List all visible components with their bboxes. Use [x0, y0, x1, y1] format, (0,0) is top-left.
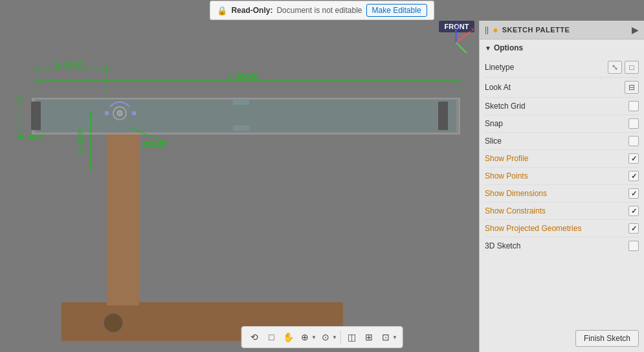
svg-line-35	[456, 32, 471, 43]
linetype-icon-1[interactable]: ⤡	[608, 61, 622, 74]
svg-text:fx: 80.00: fx: 80.00	[55, 61, 82, 69]
canvas-area: fx: 80.00 fx: 400.00 fx: 30.00 fx: 45.00…	[0, 21, 479, 352]
toolbar-grid-button[interactable]: ⊞	[361, 329, 377, 345]
linetype-icon-2[interactable]: □	[625, 61, 639, 74]
lock-icon: 🔒	[217, 6, 227, 16]
svg-rect-33	[105, 111, 109, 115]
option-checkbox-2[interactable]	[628, 101, 639, 111]
axis-indicator: X Z	[438, 25, 474, 60]
look-at-icon[interactable]: ⊟	[625, 81, 639, 94]
option-label-5: Show Profile	[485, 154, 528, 163]
svg-text:fx: 30.00: fx: 30.00	[19, 134, 45, 141]
svg-rect-34	[132, 111, 136, 115]
panel-header: || ● SKETCH PALETTE ▶	[480, 21, 644, 39]
option-label-8: Show Constraints	[485, 206, 546, 215]
panel-header-left: || ● SKETCH PALETTE	[485, 25, 570, 35]
options-collapse-icon: ▼	[485, 45, 491, 52]
svg-point-2	[104, 314, 122, 332]
option-label-6: Show Points	[485, 171, 528, 181]
option-label-4: Slice	[485, 137, 502, 146]
sketch-svg: fx: 80.00 fx: 400.00 fx: 30.00 fx: 45.00…	[0, 21, 479, 352]
finish-sketch-button[interactable]: Finish Sketch	[575, 330, 639, 347]
toolbar-pan-button[interactable]: ✋	[280, 329, 296, 345]
toolbar-view-button[interactable]: ⊙	[318, 329, 333, 345]
option-controls-2	[628, 101, 639, 111]
toolbar-view-dropdown[interactable]: ⊙ ▼	[318, 329, 337, 345]
option-controls-5	[628, 153, 639, 164]
option-controls-7	[628, 188, 639, 199]
options-header[interactable]: ▼ Options	[485, 43, 639, 52]
not-editable-message: Document is not editable	[276, 6, 362, 15]
option-row-10: 3D Sketch	[485, 237, 639, 254]
option-label-7: Show Dimensions	[485, 189, 547, 198]
option-label-3: Snap	[485, 119, 503, 128]
right-panel: || ● SKETCH PALETTE ▶ ▼ Options Linetype…	[479, 21, 644, 352]
option-controls-9	[628, 223, 639, 234]
option-row-3: Snap	[485, 115, 639, 133]
svg-rect-8	[233, 100, 249, 105]
options-title: Options	[494, 43, 523, 52]
svg-text:fx: 45.00: fx: 45.00	[77, 129, 84, 154]
option-controls-4	[628, 136, 639, 146]
panel-collapse-button[interactable]: ||	[485, 25, 489, 34]
toolbar-snap-button[interactable]: ⊡	[378, 329, 394, 345]
option-row-5: Show Profile	[485, 150, 639, 168]
option-controls-0: ⤡□	[608, 61, 639, 74]
option-row-9: Show Projected Geometries	[485, 220, 639, 237]
option-checkbox-5[interactable]	[628, 153, 639, 164]
svg-text:Ø10.00: Ø10.00	[142, 140, 166, 148]
option-checkbox-10[interactable]	[628, 241, 639, 251]
option-row-4: Slice	[485, 133, 639, 150]
options-section: ▼ Options Linetype⤡□Look At⊟Sketch GridS…	[480, 39, 644, 258]
panel-expand-button[interactable]: ▶	[632, 25, 639, 35]
svg-point-11	[117, 111, 122, 116]
option-row-1: Look At⊟	[485, 78, 639, 98]
toolbar-zoom-dropdown[interactable]: ⊕ ▼	[297, 329, 316, 345]
option-label-2: Sketch Grid	[485, 102, 526, 111]
option-row-0: Linetype⤡□	[485, 58, 639, 78]
toolbar-window-button[interactable]: □	[263, 329, 279, 345]
svg-rect-9	[233, 126, 249, 131]
option-checkbox-9[interactable]	[628, 223, 639, 234]
option-checkbox-8[interactable]	[628, 206, 639, 216]
svg-text:Z: Z	[457, 25, 461, 30]
toolbar-snap-dropdown[interactable]: ⊡ ▼	[378, 329, 397, 345]
readonly-badge: 🔒 Read-Only: Document is not editable Ma…	[210, 1, 434, 20]
option-label-9: Show Projected Geometries	[485, 224, 581, 233]
option-controls-6	[628, 171, 639, 181]
toolbar-separator-1	[340, 331, 341, 344]
options-rows: Linetype⤡□Look At⊟Sketch GridSnapSliceSh…	[485, 58, 639, 254]
option-checkbox-7[interactable]	[628, 188, 639, 199]
make-editable-button[interactable]: Make Editable	[366, 4, 427, 17]
option-controls-3	[628, 118, 639, 129]
readonly-label: Read-Only:	[231, 6, 272, 15]
bottom-toolbar: ⟲ □ ✋ ⊕ ▼ ⊙ ▼ ◫ ⊞ ⊡ ▼	[241, 326, 403, 348]
option-checkbox-4[interactable]	[628, 136, 639, 146]
option-row-8: Show Constraints	[485, 203, 639, 220]
svg-rect-6	[31, 102, 41, 130]
toolbar-display-button[interactable]: ◫	[344, 329, 360, 345]
option-label-1: Look At	[485, 83, 511, 92]
option-controls-10	[628, 241, 639, 251]
toolbar-zoom-button[interactable]: ⊕	[297, 329, 313, 345]
option-checkbox-6[interactable]	[628, 171, 639, 181]
option-controls-8	[628, 206, 639, 216]
option-controls-1: ⊟	[625, 81, 639, 94]
option-row-6: Show Points	[485, 168, 639, 185]
svg-text:X: X	[471, 26, 474, 33]
toolbar-undo-button[interactable]: ⟲	[247, 329, 262, 345]
option-label-10: 3D Sketch	[485, 241, 520, 250]
panel-title: SKETCH PALETTE	[502, 26, 570, 34]
top-bar: 🔒 Read-Only: Document is not editable Ma…	[0, 0, 644, 21]
panel-dot: ●	[493, 25, 498, 35]
option-label-0: Linetype	[485, 63, 514, 72]
zoom-dropdown-arrow[interactable]: ▼	[311, 335, 316, 340]
svg-line-37	[456, 43, 467, 54]
svg-text:fx: 400.00: fx: 400.00	[227, 72, 258, 80]
svg-rect-7	[438, 102, 448, 130]
snap-dropdown-arrow[interactable]: ▼	[392, 335, 397, 340]
option-row-7: Show Dimensions	[485, 185, 639, 203]
option-row-2: Sketch Grid	[485, 98, 639, 115]
view-dropdown-arrow[interactable]: ▼	[332, 335, 337, 340]
option-checkbox-3[interactable]	[628, 118, 639, 129]
